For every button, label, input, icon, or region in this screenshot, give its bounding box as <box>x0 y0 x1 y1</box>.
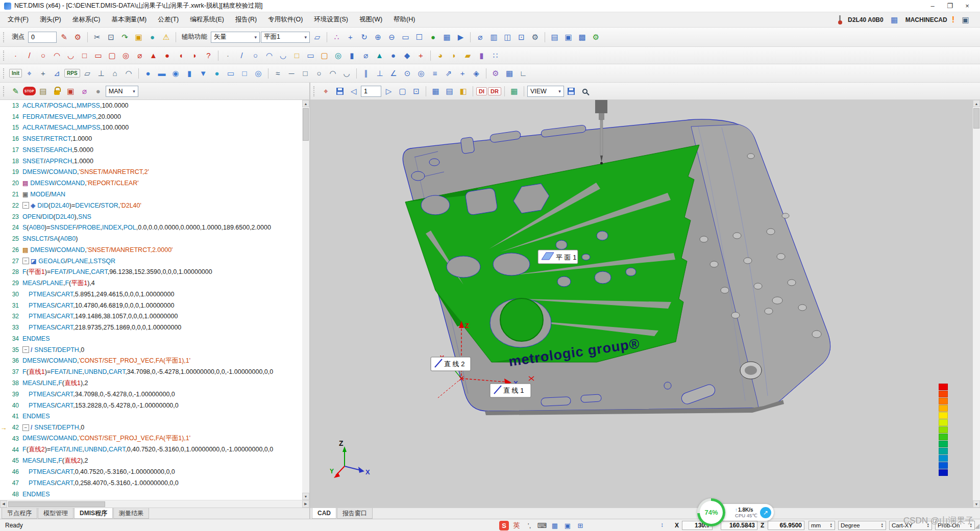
panel-tab[interactable]: 节点程序 <box>2 508 37 519</box>
calc-icon[interactable]: ▦ <box>503 67 516 80</box>
menu-item[interactable]: 帮助(H) <box>388 14 421 26</box>
fold-toggle[interactable]: − <box>22 346 29 353</box>
geo-point-icon[interactable]: · <box>9 49 22 62</box>
code-line[interactable]: 28F(平面1)=FEAT/PLANE,CART,96.1238,152.359… <box>0 266 302 277</box>
machine-monitor-icon[interactable]: ▣ <box>959 14 972 26</box>
code-line[interactable]: 18SNSET/APPRCH,1.0000 <box>0 156 302 167</box>
view-sphere-icon[interactable]: ● <box>427 31 439 43</box>
code-line[interactable]: 15ACLRAT/MESACL,MMPSS,100.0000 <box>0 122 302 134</box>
code-line[interactable]: 44F(直线2)=FEAT/LINE,UNBND,CART,0,40.7520,… <box>0 444 302 456</box>
align-arc-icon[interactable]: ◠ <box>122 67 135 80</box>
menu-item[interactable]: 基本测量(M) <box>106 14 153 26</box>
copy-icon[interactable]: ⊡ <box>105 31 117 43</box>
menu-item[interactable]: 坐标系(C) <box>67 14 106 26</box>
settings-icon[interactable]: ⚙ <box>529 31 542 43</box>
surface-trim-icon[interactable]: ◗ <box>448 49 460 62</box>
save-icon[interactable] <box>565 85 578 97</box>
code-line[interactable]: 24S(A0B0)=SNSDEF/PROBE,INDEX,POL,0.0,0.0… <box>0 222 302 233</box>
feature-label-plane1[interactable]: 平 面 1 <box>538 250 578 264</box>
redo-icon[interactable]: ↷ <box>118 31 131 43</box>
code-line[interactable]: 13ACLRAT/POSACL,MMPSS,100.0000 <box>0 100 302 111</box>
collect-icon[interactable]: ▤ <box>443 85 456 97</box>
code-line[interactable]: 33PTMEAS/CART,218.9735,275.1869,0,0,0,1.… <box>0 322 302 333</box>
geo-sphere-icon[interactable]: ● <box>161 49 174 62</box>
ime-punct-icon[interactable]: ’, <box>524 520 534 530</box>
align-plane-icon[interactable]: ▱ <box>81 67 94 80</box>
close-button[interactable]: × <box>959 2 976 10</box>
init-button[interactable]: Init <box>9 69 22 78</box>
feature-point-icon[interactable]: ● <box>142 67 155 80</box>
alert-icon[interactable]: ! <box>952 15 954 24</box>
boost-button[interactable]: ↗ <box>760 507 771 518</box>
di-button[interactable]: DI <box>476 87 487 95</box>
fold-toggle[interactable]: − <box>22 258 29 264</box>
save-view-icon[interactable] <box>333 85 346 97</box>
geo-half-icon[interactable]: ◖ <box>175 49 187 62</box>
menu-item[interactable]: 视图(W) <box>354 14 388 26</box>
geo-circle-icon[interactable]: ○ <box>37 49 50 62</box>
active-probe-label[interactable]: D2L40 A0B0 <box>848 16 884 23</box>
rps-button[interactable]: RPS <box>64 69 80 78</box>
zoom-fit-icon[interactable]: ☐ <box>413 31 426 43</box>
geo-arc-icon[interactable]: ◠ <box>51 49 63 62</box>
edge-arc2-icon[interactable]: ◡ <box>340 67 353 80</box>
warning-icon[interactable]: ⚠ <box>160 31 173 43</box>
film-icon[interactable]: ▩ <box>576 31 589 43</box>
sphere-tool-icon[interactable]: ● <box>146 31 159 43</box>
align-origin-icon[interactable]: ⌂ <box>109 67 121 80</box>
vector-plane-icon[interactable]: ▱ <box>311 31 324 43</box>
new-page-icon[interactable]: ▢ <box>396 85 409 97</box>
cad-torus-icon[interactable]: ◎ <box>332 49 345 62</box>
screen-icon[interactable]: ▥ <box>487 31 500 43</box>
copy-page-icon[interactable]: ⊡ <box>410 85 423 97</box>
editor-vscroll[interactable]: ▲ ▼ <box>302 100 309 500</box>
prev-page-icon[interactable]: ◁ <box>347 85 360 97</box>
cad-arc-icon[interactable]: ◠ <box>263 49 276 62</box>
feature-circle-icon[interactable]: ◉ <box>169 67 182 80</box>
menu-item[interactable]: 报告(R) <box>230 14 262 26</box>
column-icon[interactable]: ▮ <box>475 49 488 62</box>
feature-label-line2[interactable]: 直 线 2 <box>431 357 471 371</box>
angle-icon[interactable]: ∠ <box>387 67 400 80</box>
cad-rect-icon[interactable]: □ <box>290 49 303 62</box>
edge-line-icon[interactable]: ─ <box>285 67 298 80</box>
menu-item[interactable]: 编程系统(E) <box>184 14 230 26</box>
midpoint-icon[interactable]: ◈ <box>470 67 483 80</box>
report-grid-icon[interactable]: ▤ <box>548 31 561 43</box>
code-line[interactable]: 46PTMEAS/CART,0,40.7520,-5.3160,-1.00000… <box>0 466 302 477</box>
restore-button[interactable]: ❐ <box>941 2 959 10</box>
plane-select[interactable]: 平面1▾ <box>261 32 310 43</box>
run-screen-icon[interactable]: ▣ <box>64 85 77 97</box>
machine-label[interactable]: MACHINECAD <box>905 16 947 23</box>
menu-item[interactable]: 环境设置(S) <box>308 14 354 26</box>
cad-vscroll[interactable]: ▲ ▼ <box>973 100 980 508</box>
cad-roundrect-icon[interactable]: ▢ <box>318 49 331 62</box>
code-line[interactable]: 45MEAS/LINE,F(直线2),2 <box>0 456 302 467</box>
geo-help-icon[interactable]: ? <box>202 49 215 62</box>
menu-item[interactable]: 文件(F) <box>2 14 34 26</box>
grid-icon[interactable]: ▦ <box>440 31 453 43</box>
cad-cross-icon[interactable]: + <box>414 49 427 62</box>
feature-slot-icon[interactable]: ▭ <box>225 67 237 80</box>
code-line[interactable]: 20▤DMESW/COMAND,'REPORT/CLEAR' <box>0 178 302 189</box>
sogou-icon[interactable]: S <box>499 521 509 530</box>
fold-toggle[interactable]: − <box>22 202 29 209</box>
panel-tab[interactable]: CAD <box>312 508 336 519</box>
rotate-icon[interactable]: ↻ <box>358 31 371 43</box>
ime-board-icon[interactable]: ▦ <box>550 520 560 530</box>
code-line[interactable]: 27−◪GEOALG/PLANE,LSTSQR <box>0 256 302 267</box>
hscroll-thumb[interactable] <box>8 501 105 507</box>
feature-cone-icon[interactable]: ▼ <box>197 67 210 80</box>
curve-icon[interactable]: ≈ <box>272 67 284 80</box>
code-line[interactable]: 48ENDMES <box>0 489 302 500</box>
probe-pos-icon[interactable]: ⌖ <box>320 85 332 97</box>
cad-arc2-icon[interactable]: ◡ <box>277 49 289 62</box>
ime-toolbox-icon[interactable]: ⊞ <box>575 520 585 530</box>
break-icon[interactable]: ⌀ <box>78 85 91 97</box>
menu-item[interactable]: 公差(T) <box>152 14 184 26</box>
cad-diameter-icon[interactable]: ⌀ <box>359 49 372 62</box>
fold-toggle[interactable]: − <box>22 424 29 431</box>
ime-keyboard-icon[interactable]: ⌨ <box>537 520 547 530</box>
geo-torus-icon[interactable]: ◎ <box>119 49 132 62</box>
mode-select[interactable]: MAN▾ <box>106 86 138 97</box>
